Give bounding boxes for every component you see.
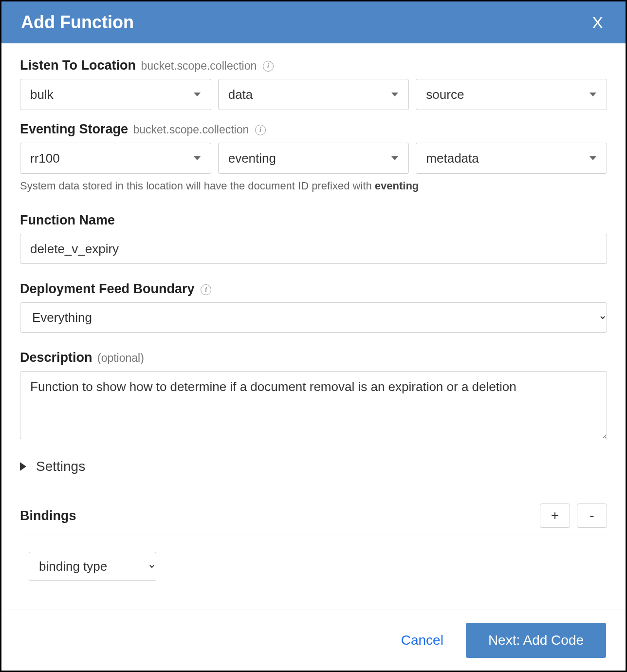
listen-collection-select[interactable]: source [416,79,607,110]
listen-location-selects: bulk data source [20,79,607,110]
deployment-boundary-select[interactable]: Everything [20,302,607,333]
bindings-header: Bindings + - [20,504,607,535]
function-name-label-row: Function Name [20,213,607,228]
function-name-label: Function Name [20,213,115,227]
eventing-storage-selects: rr100 eventing metadata [20,143,607,174]
description-textarea[interactable] [20,371,607,439]
add-function-modal: Add Function X Listen To Location bucket… [0,0,627,672]
listen-scope-select[interactable]: data [218,79,409,110]
remove-binding-button[interactable]: - [577,504,607,528]
next-add-code-button[interactable]: Next: Add Code [466,623,606,658]
storage-helper-bold: eventing [375,180,419,192]
binding-row: binding type [20,552,607,581]
modal-footer: Cancel Next: Add Code [1,610,626,671]
deployment-label-row: Deployment Feed Boundary i [20,281,607,297]
bindings-label: Bindings [20,508,76,523]
deployment-label: Deployment Feed Boundary [20,281,195,296]
modal-title: Add Function [21,12,134,33]
settings-toggle[interactable]: Settings [20,459,607,474]
listen-bucket-select[interactable]: bulk [20,79,211,110]
settings-label: Settings [36,459,85,474]
storage-scope-select[interactable]: eventing [218,143,409,174]
info-icon[interactable]: i [263,61,274,72]
storage-bucket-select[interactable]: rr100 [20,143,211,174]
listen-location-sublabel: bucket.scope.collection [141,59,257,72]
binding-buttons: + - [540,504,607,528]
listen-location-label: Listen To Location [20,58,136,73]
triangle-right-icon [20,462,26,471]
description-optional: (optional) [97,352,144,364]
listen-location-label-row: Listen To Location bucket.scope.collecti… [20,58,607,73]
info-icon[interactable]: i [255,125,266,135]
binding-type-select[interactable]: binding type [29,552,156,581]
add-binding-button[interactable]: + [540,504,570,528]
eventing-storage-label: Eventing Storage [20,122,128,136]
close-icon[interactable]: X [589,13,606,32]
description-label: Description [20,350,92,365]
eventing-storage-sublabel: bucket.scope.collection [133,123,249,136]
modal-header: Add Function X [1,1,626,43]
function-name-input[interactable] [20,234,607,264]
storage-helper-prefix: System data stored in this location will… [20,180,375,192]
description-label-row: Description (optional) [20,350,607,365]
storage-collection-select[interactable]: metadata [416,143,607,174]
info-icon[interactable]: i [201,284,211,295]
eventing-storage-label-row: Eventing Storage bucket.scope.collection… [20,122,607,137]
cancel-button[interactable]: Cancel [401,633,443,648]
storage-helper-text: System data stored in this location will… [20,180,607,192]
modal-body: Listen To Location bucket.scope.collecti… [1,43,626,610]
